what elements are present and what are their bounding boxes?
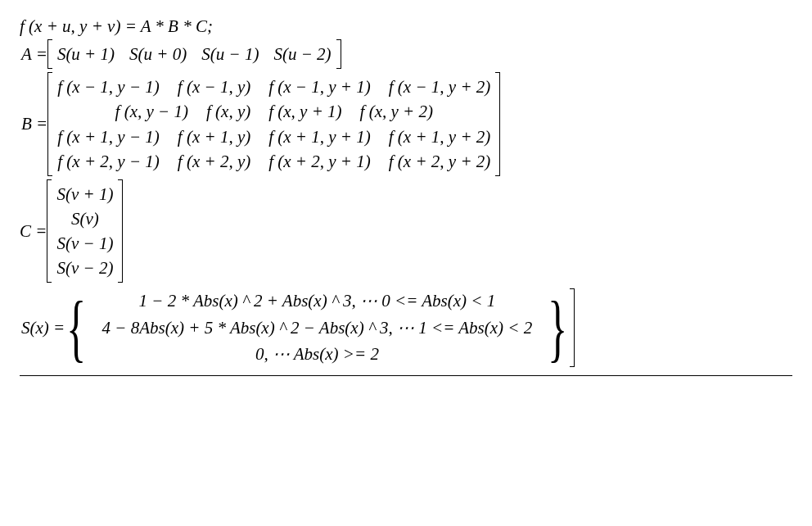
b-cell: f (x, y): [206, 99, 250, 124]
left-brace-icon: {: [66, 286, 86, 368]
b-cell: f (x, y − 1): [115, 99, 188, 124]
equation-a: A = S(u + 1) S(u + 0) S(u − 1) S(u − 2): [20, 39, 792, 69]
a-cell: S(u − 1): [201, 42, 259, 66]
b-cell: f (x − 1, y + 1): [268, 75, 371, 99]
right-bracket-icon: [570, 288, 575, 367]
b-cell: f (x + 2, y + 1): [268, 149, 371, 174]
b-row: f (x + 2, y − 1) f (x + 2, y) f (x + 2, …: [57, 149, 490, 174]
right-bracket-icon: [495, 72, 500, 176]
s-case: 4 − 8Abs(x) + 5 * Abs(x) ^ 2 − Abs(x) ^ …: [92, 315, 541, 340]
a-cell: S(u + 1): [57, 42, 115, 66]
right-brace-icon: }: [548, 286, 567, 368]
c-cell: S(v − 1): [56, 231, 113, 256]
a-cell: S(u + 0): [129, 42, 187, 66]
b-row: f (x − 1, y − 1) f (x − 1, y) f (x − 1, …: [57, 75, 490, 99]
b-matrix-body: f (x − 1, y − 1) f (x − 1, y) f (x − 1, …: [52, 72, 495, 176]
a-cell: S(u − 2): [273, 42, 331, 66]
b-cell: f (x + 1, y + 1): [268, 125, 371, 149]
s-lhs: S(x) =: [20, 318, 65, 338]
b-cell: f (x + 1, y + 2): [389, 125, 491, 149]
b-row: f (x + 1, y − 1) f (x + 1, y) f (x + 1, …: [57, 125, 490, 149]
a-row: S(u + 1) S(u + 0) S(u − 1) S(u − 2): [57, 42, 332, 66]
s-case: 0, ⋯ Abs(x) >= 2: [92, 342, 541, 366]
c-matrix-body: S(v + 1) S(v) S(v − 1) S(v − 2): [52, 179, 118, 283]
c-matrix: S(v + 1) S(v) S(v − 1) S(v − 2): [47, 179, 123, 283]
c-cell: S(v + 1): [56, 182, 113, 206]
b-cell: f (x + 2, y): [178, 149, 250, 174]
b-row: f (x, y − 1) f (x, y) f (x, y + 1) f (x,…: [57, 99, 490, 124]
b-cell: f (x + 2, y + 2): [389, 149, 491, 174]
c-cell: S(v − 2): [56, 256, 113, 280]
a-matrix-body: S(u + 1) S(u + 0) S(u − 1) S(u − 2): [52, 39, 336, 69]
right-bracket-icon: [118, 179, 123, 283]
a-matrix: S(u + 1) S(u + 0) S(u − 1) S(u − 2): [47, 39, 341, 69]
equation-s: S(x) = { 1 − 2 * Abs(x) ^ 2 + Abs(x) ^ 3…: [20, 286, 792, 368]
bottom-divider: [20, 375, 792, 376]
b-matrix: f (x − 1, y − 1) f (x − 1, y) f (x − 1, …: [47, 72, 500, 176]
b-cell: f (x − 1, y): [178, 75, 250, 99]
b-cell: f (x − 1, y − 1): [57, 75, 160, 99]
c-cell: S(v): [56, 206, 113, 231]
c-lhs: C =: [20, 221, 47, 241]
eq-text: f (x + u, y + v) = A * B * C;: [20, 16, 213, 36]
s-case: 1 − 2 * Abs(x) ^ 2 + Abs(x) ^ 3, ⋯ 0 <= …: [92, 288, 541, 313]
b-cell: f (x, y + 2): [360, 99, 433, 124]
a-lhs: A =: [20, 44, 47, 64]
b-cell: f (x + 1, y): [178, 125, 250, 149]
right-bracket-icon: [336, 39, 341, 69]
b-cell: f (x + 1, y − 1): [57, 125, 160, 149]
s-cases: { 1 − 2 * Abs(x) ^ 2 + Abs(x) ^ 3, ⋯ 0 <…: [65, 286, 569, 368]
equation-f-definition: f (x + u, y + v) = A * B * C;: [20, 16, 792, 36]
b-cell: f (x + 2, y − 1): [57, 149, 160, 174]
equation-c: C = S(v + 1) S(v) S(v − 1) S(v − 2): [20, 179, 792, 283]
b-lhs: B =: [20, 114, 47, 134]
b-cell: f (x − 1, y + 2): [389, 75, 491, 99]
b-cell: f (x, y + 1): [268, 99, 341, 124]
s-cases-body: 1 − 2 * Abs(x) ^ 2 + Abs(x) ^ 3, ⋯ 0 <= …: [88, 286, 546, 368]
equation-b: B = f (x − 1, y − 1) f (x − 1, y) f (x −…: [20, 72, 792, 176]
